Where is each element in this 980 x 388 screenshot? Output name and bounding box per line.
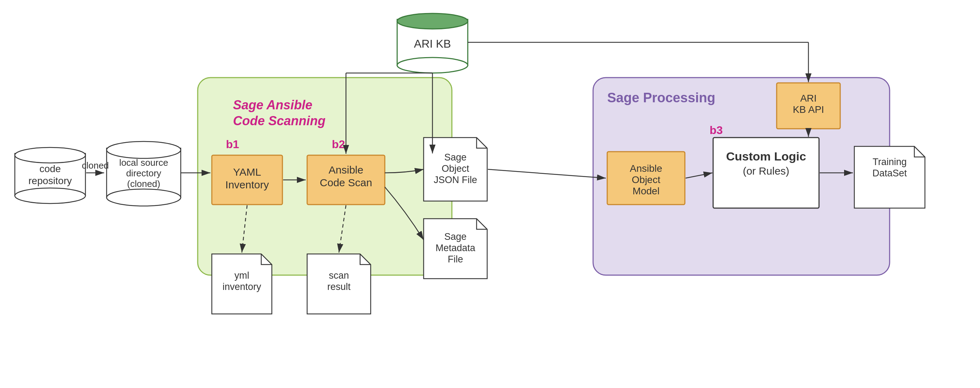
ansible-code-scan-label2: Code Scan	[320, 177, 372, 188]
arrow-json-to-model	[488, 169, 606, 178]
sage-object-json-label2: Object	[442, 163, 469, 174]
ansible-code-scan-label1: Ansible	[329, 164, 363, 176]
code-repo-bottom	[15, 188, 86, 204]
local-source-bottom	[107, 189, 181, 206]
training-dataset-label1: Training	[873, 157, 907, 167]
diagram-svg: Sage Ansible Code Scanning Sage Processi…	[0, 0, 980, 388]
custom-logic-label2: (or Rules)	[743, 165, 789, 177]
sage-metadata-label2: Metadata	[436, 243, 476, 253]
local-source-top	[107, 141, 181, 158]
local-source-label1: local source	[119, 157, 169, 168]
sage-metadata-label3: File	[448, 254, 463, 264]
local-source-label3: (cloned)	[127, 179, 160, 189]
scan-result-label2: result	[327, 282, 351, 292]
code-repo-label1: code	[40, 163, 61, 174]
sage-ansible-label: Sage Ansible	[233, 98, 312, 112]
b1-label: b1	[226, 138, 239, 150]
code-repo-top	[15, 147, 86, 163]
custom-logic-label1: Custom Logic	[726, 150, 806, 163]
ansible-object-model-label3: Model	[633, 185, 659, 196]
b3-label: b3	[710, 124, 723, 136]
training-dataset-label2: DataSet	[872, 168, 907, 179]
sage-processing-label: Sage Processing	[607, 90, 715, 105]
yml-inventory-label1: yml	[234, 270, 249, 281]
sage-ansible-label2: Code Scanning	[233, 114, 326, 128]
ansible-object-model-label1: Ansible	[630, 163, 662, 174]
diagram-container: Sage Ansible Code Scanning Sage Processi…	[0, 0, 980, 388]
ari-kb-bottom	[397, 57, 468, 73]
yml-inventory-label2: inventory	[223, 282, 261, 292]
yaml-inventory-label1: YAML	[233, 166, 261, 178]
scan-result-label1: scan	[329, 270, 349, 281]
local-source-label2: directory	[126, 168, 161, 179]
b2-label: b2	[332, 138, 345, 150]
sage-metadata-label1: Sage	[444, 231, 466, 242]
code-repo-label2: repository	[29, 175, 72, 186]
ari-kb-api-label2: KB API	[793, 104, 824, 115]
yaml-inventory-label2: Inventory	[225, 179, 269, 190]
ari-kb-top	[397, 13, 468, 29]
ansible-object-model-label2: Object	[632, 174, 660, 185]
ari-kb-api-label1: ARI	[800, 93, 817, 104]
ari-kb-label: ARI KB	[414, 37, 451, 50]
cloned-label: cloned	[82, 160, 109, 171]
sage-object-json-label3: JSON File	[434, 174, 477, 185]
sage-object-json-label1: Sage	[444, 152, 466, 163]
